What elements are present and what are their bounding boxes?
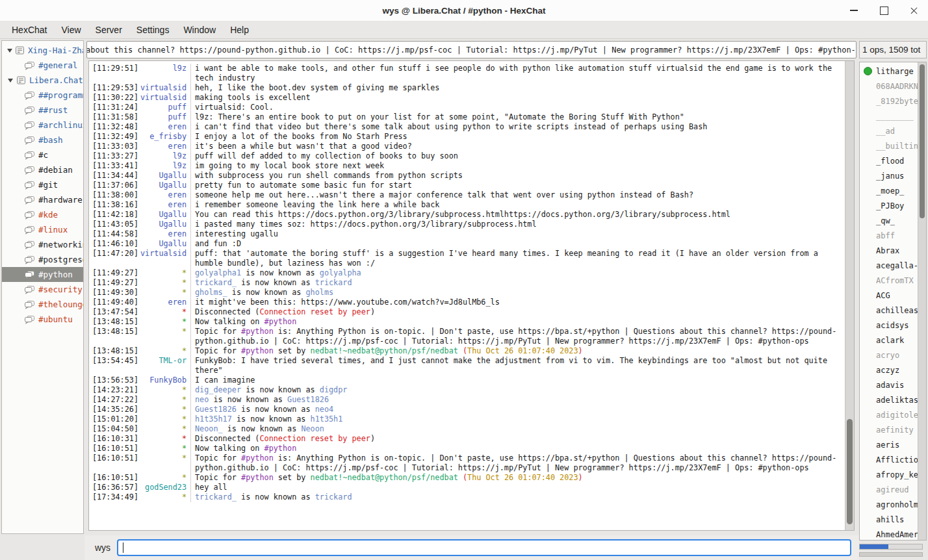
user-list-scrollbar-thumb[interactable] [920,64,925,218]
chat-line: [11:49:40]erenit might've been this: htt… [89,298,845,307]
user-list-item[interactable]: afropy_ke [860,467,918,482]
menu-item-window[interactable]: Window [177,23,222,37]
sidebar-item-label: #general [38,60,77,70]
chat-nick: eren [138,298,190,307]
sidebar-item-label: #networking [38,240,83,249]
chat-message-segment: Thu Oct 26 01:07:40 2023 [467,346,578,355]
user-list-scrollbar[interactable] [918,62,926,540]
chat-nick: l9z [138,64,190,83]
menu-item-view[interactable]: View [55,23,87,37]
sidebar-item-ubuntu[interactable]: #ubuntu [2,312,83,327]
user-list-item[interactable]: achilleas [860,303,918,318]
expander-icon[interactable] [5,46,14,55]
user-list-item[interactable]: ahills [860,512,918,527]
user-list-item[interactable]: _qw_ [860,213,918,228]
chat-message-segment: is: Anything Python is on-topic. | Don't… [195,327,836,346]
sidebar-item-security[interactable]: #security [2,282,83,297]
chat-line: [11:34:44]Ugalluwith subprocess you run … [89,171,845,181]
menu-item-settings[interactable]: Settings [130,23,176,37]
user-list-item[interactable]: acidsys [860,318,918,333]
user-list-item[interactable]: _moep_ [860,183,918,198]
user-list-item[interactable]: adigitole [860,407,918,422]
topic-bar[interactable]: about this channel? https://pound-python… [86,41,857,58]
chat-message: trickard_ is now known as trickard [190,492,845,502]
user-list-item[interactable]: aefinity [860,422,918,437]
user-name: achilleas [876,306,918,315]
chat-line: [11:30:22]virtualsidmaking tools is exce… [89,93,845,103]
sidebar-item-c[interactable]: #c [2,147,83,162]
user-list-item[interactable]: litharge [860,64,918,79]
user-list-item[interactable]: aclark [860,333,918,348]
close-button[interactable] [909,5,919,16]
user-list-item[interactable]: acryo [860,348,918,363]
chat-message-segment: is now known as [227,288,306,297]
user-list-item[interactable]: ACfromTX [860,273,918,288]
chat-scrollbar[interactable] [845,61,854,530]
user-list-item[interactable]: agronholm [860,497,918,512]
user-list-item[interactable]: acegalla- [860,258,918,273]
user-list-item[interactable]: __ad [860,123,918,138]
user-list-item[interactable]: _flood [860,153,918,168]
user-list-item[interactable]: ________ [860,108,918,123]
user-list-item[interactable]: _PJBoy [860,198,918,213]
user-list-item[interactable]: aczyz [860,363,918,377]
chat-timestamp: [11:37:06] [89,181,138,190]
chat-pane: [11:29:51]l9zi want be able to make tool… [88,60,855,531]
channel-tree: Xing-Hai-Zhan#generalLibera.Chat##progra… [1,40,84,534]
chat-message: virtualsid: Cool. [190,103,845,112]
sidebar-item-debian[interactable]: #debian [2,162,83,177]
sidebar-item-python[interactable]: #python [2,267,83,282]
nick-label[interactable]: wys [95,542,110,553]
user-name: adeliktas [876,396,918,405]
message-input[interactable] [117,539,851,556]
chat-message-segment: You can read this https://docs.python.or… [195,210,730,219]
chat-timestamp: [14:35:26] [89,405,138,414]
chat-message-segment: heh, I like the boot.dev system of givin… [195,83,439,92]
user-list-item[interactable]: Abrax [860,243,918,258]
sidebar-item-thelounge[interactable]: #thelounge [2,297,83,312]
user-list-item[interactable]: _janus [860,168,918,183]
channel-icon [24,166,35,175]
sidebar-item-rust[interactable]: ##rust [2,103,83,118]
user-list-item[interactable]: adavis [860,377,918,392]
user-list-item[interactable]: 068AADRKN [860,79,918,94]
channel-icon [24,285,35,294]
sidebar-item-archlinux[interactable]: #archlinux [2,118,83,133]
sidebar-item-bash[interactable]: #bash [2,133,83,147]
sidebar-item-programming[interactable]: ##programming [2,88,83,103]
sidebar-item-general[interactable]: #general [2,58,83,73]
sidebar-item-hardware[interactable]: #hardware [2,192,83,207]
sidebar-item-libera.chat[interactable]: Libera.Chat [2,73,83,88]
user-list-item[interactable]: adeliktas [860,392,918,407]
user-list-item[interactable]: aeris [860,437,918,452]
chat-message-segment: someone help me out here...wasn't there … [195,190,693,199]
sidebar-item-linux[interactable]: #linux [2,222,83,237]
chat-timestamp: [13:48:15] [89,317,138,327]
user-list-item[interactable]: ACG [860,288,918,303]
chat-message: golyalpha1 is now known as golyalpha [190,268,845,278]
sidebar-item-postgresql[interactable]: #postgresql [2,252,83,267]
menu-item-server[interactable]: Server [89,23,129,37]
sidebar-item-kde[interactable]: #kde [2,207,83,222]
chat-scrollbar-thumb[interactable] [847,419,853,524]
user-list-item[interactable]: __builtin [860,138,918,153]
user-list-item[interactable]: abff [860,228,918,243]
sidebar-item-networking[interactable]: #networking [2,237,83,252]
user-list-item[interactable]: Afflictio [860,452,918,467]
user-list-item[interactable]: AhmedAmer [860,527,918,540]
user-list-item[interactable]: agireud [860,482,918,497]
chat-nick: * [138,288,190,298]
chat-message-segment: Topic for [195,346,241,355]
minimize-button[interactable] [849,5,859,16]
chat-timestamp: [11:30:22] [89,93,138,103]
chat-timestamp: [11:42:18] [89,210,138,220]
chat-message-segment: making tools is excellent [195,93,311,102]
sidebar-item-git[interactable]: #git [2,177,83,192]
expander-icon[interactable] [5,76,15,85]
chat-message: Neoon_ is now known as Neoon [190,424,845,434]
user-list-item[interactable]: _8192byte [860,94,918,108]
maximize-button[interactable] [879,5,889,16]
menu-item-hexchat[interactable]: HexChat [5,23,53,37]
menu-item-help[interactable]: Help [224,23,255,37]
sidebar-item-xing-hai-zhan[interactable]: Xing-Hai-Zhan [2,43,83,58]
